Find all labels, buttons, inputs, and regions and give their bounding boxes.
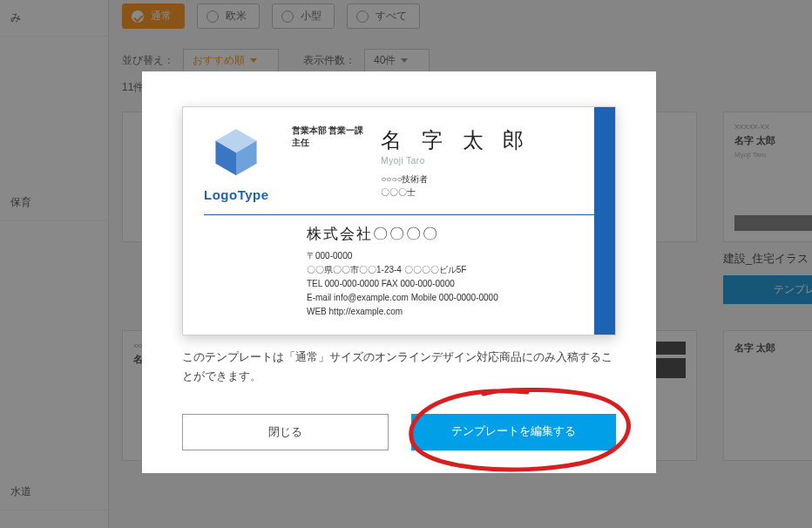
card-name-jp: 名 字 太 郎	[381, 126, 531, 154]
qualification-line: ○○○○技術者	[381, 173, 531, 186]
qualification-line: 〇〇〇士	[381, 186, 531, 199]
template-preview-modal: LogoType 営業本部 営業一課 主任 名 字 太 郎 Myoji Taro…	[142, 71, 656, 473]
button-label: テンプレートを編集する	[451, 424, 576, 437]
card-divider	[204, 214, 596, 215]
card-name-en: Myoji Taro	[381, 156, 531, 166]
web-line: WEB http://example.com	[307, 305, 596, 319]
card-accent-stripe	[594, 107, 615, 335]
email-line: E-mail info@example.com Mobile 000-0000-…	[307, 291, 596, 305]
address-line: 〇〇県〇〇市〇〇1-23-4 〇〇〇〇ビル5F	[307, 263, 596, 277]
postal-line: 〒000-0000	[307, 249, 596, 263]
cube-logo-icon	[209, 125, 263, 179]
business-card-preview: LogoType 営業本部 営業一課 主任 名 字 太 郎 Myoji Taro…	[182, 106, 616, 335]
dept-line: 営業本部 営業一課	[292, 125, 364, 137]
close-button[interactable]: 閉じる	[182, 414, 389, 450]
edit-template-button[interactable]: テンプレートを編集する	[411, 414, 616, 450]
modal-actions: 閉じる テンプレートを編集する	[182, 414, 616, 450]
dept-line: 主任	[292, 137, 364, 149]
company-name: 株式会社〇〇〇〇	[307, 224, 596, 244]
modal-note: このテンプレートは「通常」サイズのオンラインデザイン対応商品にのみ入稿することが…	[182, 348, 616, 386]
logo-wordmark: LogoType	[204, 187, 269, 202]
tel-line: TEL 000-000-0000 FAX 000-000-0000	[307, 277, 596, 291]
button-label: 閉じる	[268, 425, 302, 438]
